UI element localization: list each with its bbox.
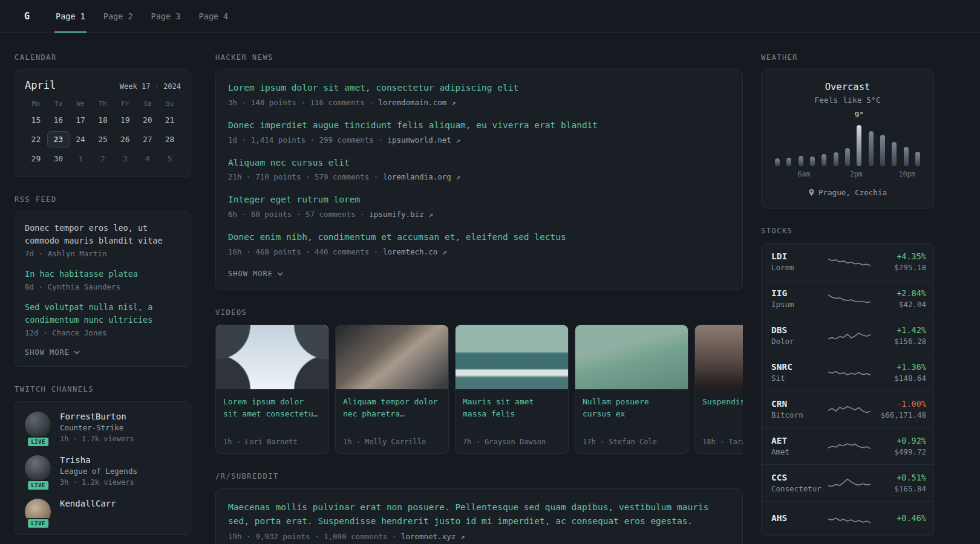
stock-price: $795.18	[871, 263, 926, 272]
hackernews-item: Integer eget rutrum lorem 6h · 60 points…	[228, 193, 730, 219]
nav-tab[interactable]: Page 1	[47, 0, 94, 32]
hackernews-item-meta: 3h · 148 points · 116 comments · loremdo…	[228, 98, 730, 107]
hackernews-item-stats: 1d · 1,414 points · 299 comments ·	[228, 135, 383, 144]
rss-list: Donec tempor eros leo, ut commodo mauris…	[25, 222, 181, 337]
stock-name: Lorem	[771, 263, 828, 272]
hackernews-item-domain[interactable]: ipsumify.biz	[369, 210, 423, 219]
video-title-link[interactable]: Lorem ipsum dolor sit amet consectetu…	[223, 396, 321, 420]
rss-item: In hac habitasse platea 8d · Cynthia Sau…	[25, 268, 181, 291]
twitch-avatar-wrap: LIVE	[25, 455, 51, 487]
dashboard-content: CALENDAR April Week 17 · 2024 MoTuWeThFr…	[0, 33, 980, 544]
video-thumbnail[interactable]	[575, 325, 688, 389]
subreddit-post-link[interactable]: Maecenas mollis pulvinar erat non posuer…	[228, 500, 730, 529]
twitch-channel-row[interactable]: LIVE ForrestBurton Counter-Strike 1h · 1…	[25, 412, 181, 443]
hackernews-item-domain[interactable]: ipsumworld.net	[387, 135, 451, 144]
rss-show-more-button[interactable]: SHOW MORE	[25, 348, 80, 357]
calendar-day-header: We	[70, 97, 92, 109]
stock-sparkline	[828, 253, 871, 271]
weather-section-title: WEATHER	[761, 53, 934, 62]
stock-change: +2.84%	[871, 288, 926, 298]
video-card-body: Aliquam tempor dolor nec pharetra… 1h · …	[336, 389, 448, 453]
video-meta: 1h · Molly Carrillo	[343, 438, 441, 446]
hackernews-item-domain[interactable]: loremlandia.org	[383, 172, 451, 181]
video-card: Nullam posuere cursus ex 17h · Stefan Co…	[575, 325, 688, 454]
stock-name: Dolor	[771, 337, 828, 346]
stock-price: $42.04	[871, 300, 926, 309]
twitch-channel-name[interactable]: ForrestBurton	[60, 412, 134, 421]
calendar-day: 1	[70, 151, 92, 167]
stock-row[interactable]: DBS Dolor +1.42% $156.28	[762, 317, 933, 354]
nav-tab[interactable]: Page 4	[189, 0, 237, 32]
calendar-day: 19	[114, 112, 136, 128]
video-card: Aliquam tempor dolor nec pharetra… 1h · …	[335, 325, 449, 454]
hackernews-item-link[interactable]: Aliquam nec cursus elit	[228, 157, 730, 170]
video-title-link[interactable]: Aliquam tempor dolor nec pharetra…	[343, 396, 441, 420]
videos-row: Lorem ipsum dolor sit amet consectetu… 1…	[215, 325, 743, 454]
stock-row[interactable]: LDI Lorem +4.35% $795.18	[762, 244, 933, 280]
subreddit-post-stats: 19h · 9,932 points · 1,090 comments ·	[228, 532, 396, 541]
stock-values: +2.84% $42.04	[871, 288, 926, 309]
rss-item-meta: 12d · Chance Jones	[25, 328, 181, 337]
stock-identity: DBS Dolor	[771, 325, 828, 346]
weather-bar	[799, 156, 803, 166]
stock-row[interactable]: AHS +0.46%	[762, 501, 933, 536]
hackernews-show-more-button[interactable]: SHOW MORE	[228, 270, 283, 278]
stock-row[interactable]: CCS Consectetur +0.51% $165.84	[762, 464, 933, 501]
stock-values: +0.46%	[871, 513, 926, 525]
twitch-avatar-wrap: LIVE	[25, 499, 51, 525]
rss-item-link[interactable]: Sed volutpat nulla nisl, a condimentum n…	[25, 301, 181, 326]
calendar-widget: April Week 17 · 2024 MoTuWeThFrSaSu 1516…	[15, 70, 191, 177]
video-thumbnail[interactable]	[695, 325, 743, 389]
stock-symbol: IIG	[771, 288, 828, 298]
twitch-channel-info: KendallCarr	[60, 499, 116, 525]
rss-item-link[interactable]: In hac habitasse platea	[25, 268, 181, 280]
stock-identity: LDI Lorem	[771, 251, 828, 272]
calendar-day: 29	[25, 151, 47, 167]
hackernews-item-domain[interactable]: loremdomain.com	[378, 98, 446, 107]
external-link-icon: ↗	[451, 98, 456, 107]
hackernews-item-link[interactable]: Donec imperdiet augue tincidunt felis al…	[228, 119, 730, 132]
twitch-channel-name[interactable]: Trisha	[60, 455, 137, 465]
video-title-link[interactable]: Mauris sit amet massa felis	[463, 396, 561, 420]
stock-row[interactable]: SNRC Sit +1.36% $148.64	[762, 354, 933, 390]
video-title-link[interactable]: Nullam posuere cursus ex	[583, 396, 681, 420]
subreddit-post-meta: 19h · 9,932 points · 1,090 comments · lo…	[228, 532, 730, 541]
nav-tab[interactable]: Page 2	[94, 0, 142, 32]
twitch-channel-row[interactable]: LIVE KendallCarr	[25, 499, 181, 525]
rss-item-link[interactable]: Donec tempor eros leo, ut commodo mauris…	[25, 222, 181, 247]
nav-tab[interactable]: Page 3	[142, 0, 190, 32]
calendar-week: Week 17	[120, 82, 151, 91]
hackernews-item-domain[interactable]: loremtech.co	[383, 247, 437, 256]
weather-feels-like: Feels like 5°C	[771, 96, 924, 105]
twitch-channel-name[interactable]: KendallCarr	[60, 499, 116, 508]
stock-change: +0.46%	[871, 513, 926, 523]
hackernews-item-link[interactable]: Donec enim nibh, condimentum et accumsan…	[228, 231, 730, 244]
video-thumbnail[interactable]	[216, 325, 328, 389]
hackernews-section-title: HACKER NEWS	[215, 53, 743, 62]
stock-row[interactable]: AET Amet +0.92% $499.72	[762, 427, 933, 464]
twitch-channel-row[interactable]: LIVE Trisha League of Legends 3h · 1.2k …	[25, 455, 181, 487]
video-thumbnail[interactable]	[336, 325, 448, 389]
twitch-widget: LIVE ForrestBurton Counter-Strike 1h · 1…	[15, 401, 191, 535]
stock-row[interactable]: IIG Ipsum +2.84% $42.04	[762, 280, 933, 317]
calendar-day-header: Su	[158, 97, 181, 109]
stock-change: +0.92%	[871, 436, 926, 445]
hackernews-item-link[interactable]: Lorem ipsum dolor sit amet, consectetur …	[228, 82, 730, 95]
hackernews-list: Lorem ipsum dolor sit amet, consectetur …	[228, 82, 730, 256]
videos-section: VIDEOS Lorem ipsum dolor sit amet consec…	[215, 308, 743, 454]
subreddit-post-domain[interactable]: loremnet.xyz	[401, 532, 456, 541]
external-link-icon: ↗	[428, 210, 433, 219]
stock-name: Bitcorn	[771, 410, 828, 419]
middle-column: HACKER NEWS Lorem ipsum dolor sit amet, …	[215, 53, 743, 544]
weather-bar-column	[834, 123, 838, 166]
stock-row[interactable]: CRN Bitcorn -1.00% $66,171.48	[762, 390, 933, 427]
stock-values: +1.42% $156.28	[871, 325, 926, 346]
stock-change: +0.51%	[871, 473, 926, 482]
subreddit-section-title: /R/SUBREDDIT	[215, 472, 743, 481]
hackernews-item-link[interactable]: Integer eget rutrum lorem	[228, 193, 730, 207]
video-thumbnail[interactable]	[456, 325, 568, 389]
calendar-month: April	[25, 79, 56, 91]
rss-item: Donec tempor eros leo, ut commodo mauris…	[25, 222, 181, 258]
stock-identity: IIG Ipsum	[771, 288, 828, 309]
video-title-link[interactable]: Suspendisse diam	[702, 396, 743, 408]
